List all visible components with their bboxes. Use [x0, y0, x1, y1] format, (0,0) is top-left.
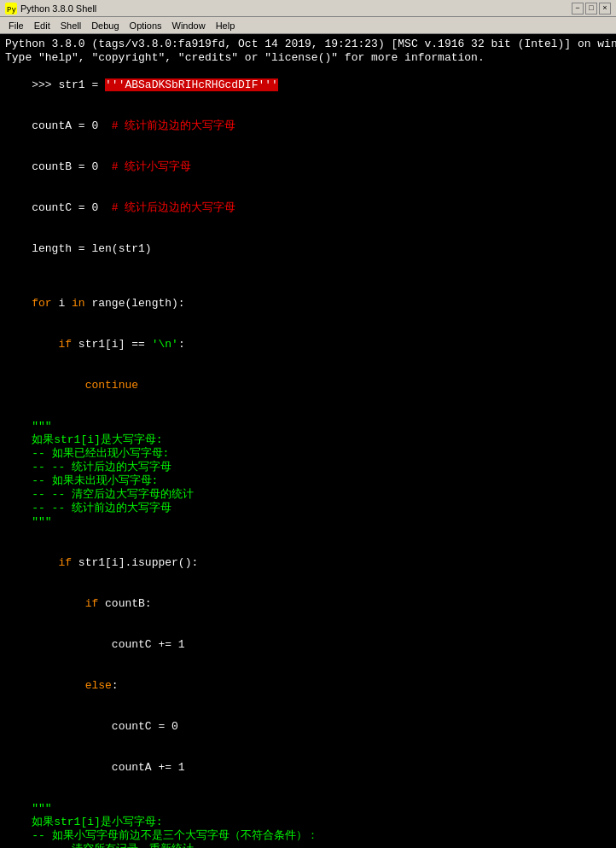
doc2-line3: -- -- 清空所有记录，重新统计: [5, 843, 611, 848]
code-length: length = len(str1): [5, 229, 611, 270]
code-countc-zero: countC = 0: [5, 706, 611, 747]
docstring1-close: """: [5, 515, 611, 529]
minimize-button[interactable]: −: [572, 3, 584, 15]
menu-edit[interactable]: Edit: [29, 20, 55, 31]
blank1: [5, 270, 611, 283]
code-counta-inc: countA += 1: [5, 747, 611, 788]
blank3: [5, 529, 611, 543]
doc-line4: -- 如果未出现小写字母:: [5, 474, 611, 488]
docstring2-open: """: [5, 802, 611, 816]
svg-text:Py: Py: [7, 6, 16, 15]
doc-line6: -- -- 统计前边的大写字母: [5, 502, 611, 515]
code-countb: countB = 0 # 统计小写字母: [5, 147, 611, 188]
title-bar: Py Python 3.8.0 Shell − □ ×: [0, 0, 616, 17]
doc-line1: 如果str1[i]是大写字母:: [5, 433, 611, 447]
menu-shell[interactable]: Shell: [55, 20, 86, 31]
window-controls: − □ ×: [572, 3, 611, 15]
doc2-line1: 如果str1[i]是小写字母:: [5, 816, 611, 829]
shell-content: Python 3.8.0 (tags/v3.8.0:fa919fd, Oct 1…: [0, 34, 616, 848]
blank4: [5, 788, 611, 802]
str1-line: >>> str1 = '''ABSaDKSbRIHcRHGcdDIF''': [5, 65, 611, 106]
window-title: Python 3.8.0 Shell: [20, 3, 572, 14]
code-countc-inc: countC += 1: [5, 624, 611, 665]
sysinfo-line1: Python 3.8.0 (tags/v3.8.0:fa919fd, Oct 1…: [5, 38, 611, 51]
code-if-newline: if str1[i] == '\n':: [5, 324, 611, 365]
code-else1: else:: [5, 665, 611, 706]
code-countc: countC = 0 # 统计后边边的大写字母: [5, 188, 611, 229]
doc-line3: -- -- 统计后边的大写字母: [5, 461, 611, 474]
menu-window[interactable]: Window: [167, 20, 211, 31]
doc-line5: -- -- 清空后边大写字母的统计: [5, 488, 611, 502]
sysinfo-line2: Type "help", "copyright", "credits" or "…: [5, 51, 611, 65]
code-if-countb: if countB:: [5, 584, 611, 624]
menu-help[interactable]: Help: [211, 20, 241, 31]
menu-debug[interactable]: Debug: [86, 20, 124, 31]
code-counta: countA = 0 # 统计前边边的大写字母: [5, 106, 611, 147]
menu-bar: File Edit Shell Debug Options Window Hel…: [0, 17, 616, 34]
close-button[interactable]: ×: [599, 3, 611, 15]
doc2-line2: -- 如果小写字母前边不是三个大写字母（不符合条件）：: [5, 829, 611, 843]
docstring1-open: """: [5, 420, 611, 433]
menu-options[interactable]: Options: [125, 20, 167, 31]
code-for: for i in range(length):: [5, 283, 611, 324]
code-continue: continue: [5, 365, 611, 406]
menu-file[interactable]: File: [3, 20, 29, 31]
doc-line2: -- 如果已经出现小写字母:: [5, 447, 611, 461]
maximize-button[interactable]: □: [585, 3, 597, 15]
blank2: [5, 406, 611, 420]
app-icon: Py: [5, 3, 17, 15]
code-isupper: if str1[i].isupper():: [5, 543, 611, 584]
